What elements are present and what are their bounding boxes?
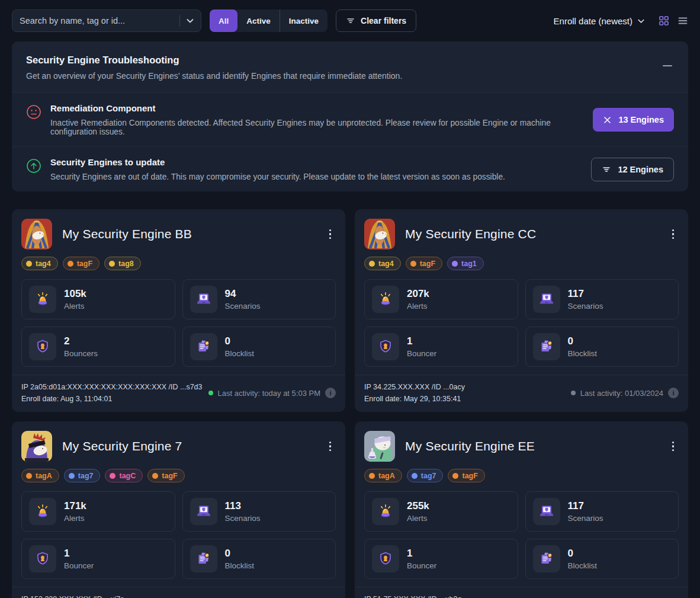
stat-alerts: 171kAlerts: [21, 491, 175, 532]
punk-bear-avatar: [21, 431, 52, 462]
search-box[interactable]: [12, 9, 201, 32]
remediation-engines-button[interactable]: 13 Engines: [593, 108, 674, 132]
tag-label: tagF: [462, 472, 477, 480]
tag-pill[interactable]: tagA: [21, 469, 59, 482]
card-footer: IP 51.75.XXX.XXX /ID ...ub3q Enroll date…: [355, 587, 688, 598]
collapse-panel-button[interactable]: [661, 59, 674, 72]
engine-avatar: [21, 219, 52, 250]
tab-inactive[interactable]: Inactive: [280, 9, 327, 32]
engine-avatar: [364, 431, 395, 462]
blocklist-icon: [190, 333, 217, 360]
shield-icon: [372, 333, 399, 360]
last-activity: Last activity: 01/03/2024: [580, 389, 663, 398]
stats-grid: 171kAlerts 113Scenarios 1Bouncer 0Blockl…: [21, 491, 336, 579]
grid-view-button[interactable]: [659, 15, 669, 26]
card-footer: IP 34.225.XXX.XXX /ID ...0acy Enroll dat…: [355, 375, 688, 412]
alert-title: Remediation Component: [50, 103, 581, 113]
activity-status-dot: [208, 391, 213, 395]
stat-scenarios: 117Scenarios: [525, 279, 679, 319]
laptop-shield-icon: [190, 286, 217, 313]
stat-scenarios: 117Scenarios: [525, 491, 679, 532]
engine-card[interactable]: My Security Engine EE tagA tag7 tagF 255…: [355, 421, 688, 598]
tag-row: tag4 tagF tag1: [364, 257, 679, 270]
update-engines-button[interactable]: 12 Engines: [591, 158, 674, 181]
sad-face-icon: [26, 104, 41, 120]
engine-ip: IP 2a05:d01a:XXX:XXX:XXX:XXX:XXX:XXX /ID…: [21, 381, 203, 393]
tab-active[interactable]: Active: [237, 9, 280, 32]
tag-pill[interactable]: tag7: [64, 469, 101, 482]
scientist-cat-avatar: [364, 431, 395, 462]
pharaoh-cat-avatar: [21, 219, 52, 250]
grid-view-icon: [659, 15, 669, 26]
search-options-button[interactable]: [185, 16, 195, 25]
filter-icon: [602, 165, 611, 174]
tag-label: tagA: [36, 472, 52, 480]
divider: [179, 15, 180, 27]
stat-blocklist: 0Blocklist: [182, 539, 336, 579]
engine-enroll-date: Enroll date: May 29, 10:35:41: [364, 393, 465, 405]
tag-label: tagC: [119, 472, 136, 480]
list-view-button[interactable]: [677, 15, 688, 26]
panel-title: Security Engine Troubleshooting: [26, 55, 674, 66]
tag-pill[interactable]: tagF: [147, 469, 184, 482]
shield-icon: [29, 545, 56, 573]
tag-dot: [369, 473, 375, 479]
engine-avatar: [21, 431, 52, 462]
tag-pill[interactable]: tag4: [21, 257, 58, 270]
tag-dot: [110, 473, 115, 479]
tag-pill[interactable]: tag4: [364, 257, 401, 270]
stats-grid: 255kAlerts 117Scenarios 1Bouncer 0Blockl…: [364, 491, 679, 579]
kebab-icon: [329, 229, 332, 232]
info-icon[interactable]: i: [325, 388, 336, 398]
tag-label: tagF: [420, 260, 435, 268]
stat-blocklist: 0Blocklist: [525, 539, 679, 579]
card-menu-button[interactable]: [667, 226, 679, 243]
engine-ip: IP 51.75.XXX.XXX /ID ...ub3q: [364, 593, 461, 598]
chevron-down-icon: [637, 17, 646, 25]
stat-alerts: 207kAlerts: [364, 279, 518, 319]
tag-label: tag4: [378, 260, 394, 268]
tag-pill[interactable]: tag8: [104, 257, 141, 270]
card-menu-button[interactable]: [325, 438, 336, 455]
list-view-icon: [677, 15, 688, 26]
tag-row: tag4 tagF tag8: [21, 257, 336, 270]
tag-pill[interactable]: tagF: [63, 257, 99, 270]
tag-pill[interactable]: tagF: [448, 469, 484, 482]
tab-all[interactable]: All: [210, 9, 237, 32]
blocklist-icon: [533, 333, 560, 360]
blocklist-icon: [190, 545, 217, 573]
button-label: 13 Engines: [618, 115, 664, 124]
engine-card[interactable]: My Security Engine 7 tagA tag7 tagC tagF…: [12, 421, 345, 598]
alert-title: Security Engines to update: [50, 157, 579, 167]
card-menu-button[interactable]: [325, 226, 336, 243]
clear-filters-button[interactable]: Clear filters: [336, 9, 416, 32]
stats-grid: 207kAlerts 117Scenarios 1Bouncer 0Blockl…: [364, 279, 679, 367]
stat-scenarios: 94Scenarios: [182, 279, 336, 319]
card-menu-button[interactable]: [667, 438, 679, 455]
tag-dot: [69, 473, 75, 479]
tag-pill[interactable]: tagA: [364, 469, 402, 482]
tag-pill[interactable]: tag1: [447, 257, 484, 270]
alert-row-update: Security Engines to update Security Engi…: [12, 146, 688, 191]
card-footer: IP 152.228.XXX.XXX /ID ...ui7s Enroll da…: [12, 587, 345, 598]
sort-dropdown[interactable]: Enroll date (newest): [554, 16, 646, 26]
engine-ip: IP 152.228.XXX.XXX /ID ...ui7s: [21, 593, 124, 598]
tag-label: tag8: [118, 260, 134, 268]
engine-card[interactable]: My Security Engine BB tag4 tagF tag8 105…: [12, 209, 345, 412]
engine-card[interactable]: My Security Engine CC tag4 tagF tag1 207…: [355, 209, 688, 412]
stat-blocklist: 0Blocklist: [182, 327, 336, 367]
tag-row: tagA tag7 tagF: [364, 469, 679, 482]
tag-dot: [26, 261, 32, 267]
shield-icon: [29, 333, 56, 360]
info-icon[interactable]: i: [668, 388, 679, 398]
tag-dot: [152, 473, 158, 479]
status-filter-tabs: All Active Inactive: [210, 9, 327, 32]
tag-pill[interactable]: tagF: [406, 257, 442, 270]
search-input[interactable]: [20, 16, 174, 25]
engine-name: My Security Engine EE: [405, 439, 535, 453]
stat-bouncers: 1Bouncer: [364, 327, 518, 367]
clear-filters-label: Clear filters: [361, 16, 406, 25]
tag-pill[interactable]: tag7: [407, 469, 444, 482]
view-switcher: [659, 15, 688, 26]
tag-pill[interactable]: tagC: [105, 469, 143, 482]
